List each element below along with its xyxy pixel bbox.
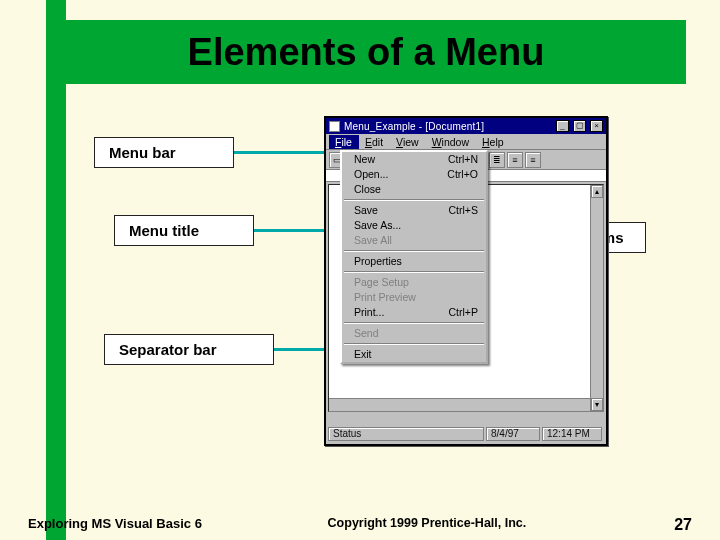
footer-center: Copyright 1999 Prentice-Hall, Inc. (202, 516, 652, 530)
menu-separator (344, 271, 484, 273)
status-time: 12:14 PM (542, 427, 602, 441)
menu-separator (344, 343, 484, 345)
menu-separator (344, 250, 484, 252)
menu-item-close[interactable]: Close (342, 182, 486, 197)
menu-window[interactable]: Window (426, 135, 476, 149)
menu-item-new[interactable]: NewCtrl+N (342, 152, 486, 167)
menu-view[interactable]: View (390, 135, 426, 149)
status-date: 8/4/97 (486, 427, 540, 441)
footer-left: Exploring MS Visual Basic 6 (28, 516, 202, 532)
menu-item-send: Send (342, 326, 486, 341)
status-bar: Status 8/4/97 12:14 PM (328, 426, 604, 442)
callout-menu-bar: Menu bar (94, 137, 234, 168)
slide-footer: Exploring MS Visual Basic 6 Copyright 19… (0, 516, 720, 534)
callout-menu-title: Menu title (114, 215, 254, 246)
file-menu-dropdown: NewCtrl+NOpen...Ctrl+OCloseSaveCtrl+SSav… (340, 150, 488, 364)
menu-item-save-as[interactable]: Save As... (342, 218, 486, 233)
menu-help[interactable]: Help (476, 135, 511, 149)
toolbar-button[interactable]: ≣ (489, 152, 505, 168)
menu-item-save[interactable]: SaveCtrl+S (342, 203, 486, 218)
vertical-scrollbar[interactable]: ▴ ▾ (590, 185, 603, 411)
horizontal-scrollbar[interactable] (329, 398, 590, 411)
menu-item-properties[interactable]: Properties (342, 254, 486, 269)
menu-separator (344, 322, 484, 324)
minimize-button[interactable]: _ (556, 120, 569, 132)
app-window: Menu_Example - [Document1] _ ▢ × FileEdi… (324, 116, 608, 446)
toolbar-button[interactable]: ≡ (525, 152, 541, 168)
maximize-button[interactable]: ▢ (573, 120, 586, 132)
menu-item-print-preview: Print Preview (342, 290, 486, 305)
toolbar-button[interactable]: ≡ (507, 152, 523, 168)
page-number: 27 (652, 516, 692, 534)
app-titlebar: Menu_Example - [Document1] _ ▢ × (326, 118, 606, 134)
menu-item-save-all: Save All (342, 233, 486, 248)
menu-item-open[interactable]: Open...Ctrl+O (342, 167, 486, 182)
scroll-up-icon[interactable]: ▴ (591, 185, 603, 198)
slide-title-bar: Elements of a Menu (46, 20, 686, 84)
menu-edit[interactable]: Edit (359, 135, 390, 149)
menu-item-page-setup: Page Setup (342, 275, 486, 290)
menu-separator (344, 199, 484, 201)
menu-file[interactable]: File (329, 135, 359, 149)
status-text: Status (328, 427, 484, 441)
app-icon (329, 121, 340, 132)
close-button[interactable]: × (590, 120, 603, 132)
menu-item-exit[interactable]: Exit (342, 347, 486, 362)
app-title: Menu_Example - [Document1] (344, 121, 552, 132)
menu-item-print[interactable]: Print...Ctrl+P (342, 305, 486, 320)
scroll-down-icon[interactable]: ▾ (591, 398, 603, 411)
slide-title: Elements of a Menu (188, 31, 545, 74)
menu-bar: FileEditViewWindowHelp (326, 134, 606, 150)
callout-separator: Separator bar (104, 334, 274, 365)
